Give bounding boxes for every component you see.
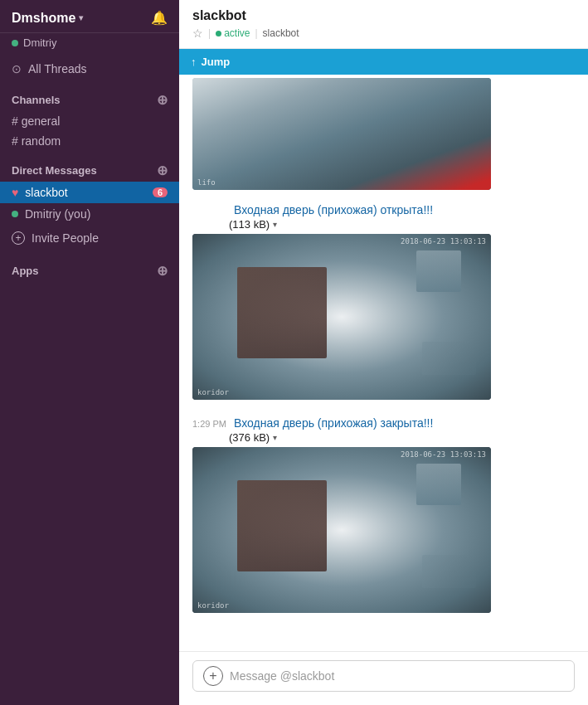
dm-slackbot-label: slackbot: [25, 186, 67, 199]
file-dropdown-icon-close[interactable]: ▾: [273, 433, 277, 442]
input-area: +: [179, 651, 588, 705]
dmitriy-status-dot: [12, 211, 18, 217]
camera-image-open-door: 2018-06-23 13:03:13 koridor: [192, 234, 491, 400]
active-dot-icon: [216, 31, 221, 36]
star-icon[interactable]: ☆: [192, 27, 203, 40]
workspace-chevron-icon: ▾: [79, 13, 83, 22]
workspace-name-label: Dmshome: [12, 11, 75, 26]
channel-item-general[interactable]: # general: [0, 111, 179, 131]
camera-image-close-door: 2018-06-23 13:03:13 koridor: [192, 447, 491, 613]
message-input-box: +: [192, 660, 575, 692]
sidebar-item-all-threads[interactable]: ⊙ All Threads: [0, 57, 179, 80]
workspace-name[interactable]: Dmshome ▾: [12, 11, 83, 26]
dm-section-label: Direct Messages: [12, 164, 97, 177]
dm-section-header[interactable]: Direct Messages ⊕: [0, 151, 179, 182]
file-size-open-label: (113 kB): [229, 218, 270, 231]
add-channel-icon[interactable]: ⊕: [157, 92, 168, 108]
invite-people-label: Invite People: [32, 231, 99, 245]
active-label: active: [224, 27, 250, 39]
file-size-close-label: (376 kB): [229, 431, 270, 444]
partial-camera-image: lifo: [192, 78, 491, 190]
separator-1: |: [208, 27, 211, 39]
channels-section-header[interactable]: Channels ⊕: [0, 80, 179, 111]
message-close-image-container: 2018-06-23 13:03:13 koridor: [179, 447, 588, 626]
cam-timestamp-open: 2018-06-23 13:03:13: [401, 237, 486, 246]
dm-item-dmitriy[interactable]: Dmitriy (you): [0, 203, 179, 225]
separator-2: |: [255, 27, 257, 39]
attach-file-button[interactable]: +: [203, 666, 223, 686]
active-status: active: [216, 27, 250, 39]
add-app-icon[interactable]: ⊕: [157, 263, 168, 279]
slackbot-heart-icon: ♥: [12, 186, 18, 199]
channel-random-label: # random: [12, 134, 61, 148]
file-size-open: (113 kB) ▾: [179, 216, 588, 234]
invite-people-item[interactable]: + Invite People: [0, 225, 179, 251]
invite-plus-icon: +: [12, 231, 25, 245]
jump-arrow-icon: ↑: [191, 56, 197, 68]
messages-area[interactable]: ↑ Jump lifo Входная дверь (прихожая) отк…: [179, 49, 588, 651]
user-status-dot: [12, 40, 18, 46]
cam-timestamp-partial: lifo: [197, 178, 216, 187]
all-threads-label: All Threads: [28, 62, 87, 75]
message-open-door-text-row: Входная дверь (прихожая) открыта!!!: [179, 197, 588, 216]
file-size-close: (376 kB) ▾: [179, 430, 588, 447]
apps-label: Apps: [12, 265, 39, 277]
dm-item-slackbot[interactable]: ♥ slackbot 6: [0, 182, 179, 203]
message-close-door-text: Входная дверь (прихожая) закрыта!!!: [234, 416, 433, 430]
cam-timestamp-close: 2018-06-23 13:03:13: [401, 450, 486, 459]
message-input[interactable]: [230, 669, 564, 683]
channel-general-label: # general: [12, 114, 60, 128]
message-open-image-container: 2018-06-23 13:03:13 koridor: [179, 234, 588, 410]
sidebar: Dmshome ▾ 🔔 Dmitriy ⊙ All Threads Channe…: [0, 0, 179, 705]
dm-dmitriy-label: Dmitriy (you): [25, 207, 90, 221]
dm-slackbot-badge: 6: [153, 187, 168, 197]
notifications-bell-icon[interactable]: 🔔: [151, 10, 168, 26]
sidebar-user: Dmitriy: [0, 33, 179, 57]
main-header: slackbot ☆ | active | slackbot: [179, 0, 588, 49]
main-content: slackbot ☆ | active | slackbot ↑ Jump li…: [179, 0, 588, 705]
cam-label-close: koridor: [197, 601, 229, 610]
message-open-door-text: Входная дверь (прихожая) открыта!!!: [234, 203, 433, 216]
all-threads-icon: ⊙: [12, 62, 22, 75]
apps-section-header[interactable]: Apps ⊕: [0, 251, 179, 282]
channels-label: Channels: [12, 94, 61, 106]
cam-label-open: koridor: [197, 388, 229, 396]
bot-label: slackbot: [263, 27, 299, 39]
message-time-close: 1:29 PM: [192, 419, 227, 429]
jump-label: Jump: [202, 56, 231, 68]
file-dropdown-icon-open[interactable]: ▾: [273, 220, 277, 229]
header-meta: ☆ | active | slackbot: [192, 27, 575, 40]
add-dm-icon[interactable]: ⊕: [157, 163, 168, 178]
message-close-door-text-row: 1:29 PM Входная дверь (прихожая) закрыта…: [179, 410, 588, 430]
sidebar-username: Dmitriy: [23, 36, 56, 49]
channel-item-random[interactable]: # random: [0, 131, 179, 151]
header-top-row: slackbot: [192, 8, 575, 23]
partial-image-container: lifo: [179, 75, 588, 197]
workspace-header: Dmshome ▾ 🔔: [0, 0, 179, 33]
jump-banner[interactable]: ↑ Jump: [179, 49, 588, 75]
channel-title: slackbot: [192, 8, 246, 23]
